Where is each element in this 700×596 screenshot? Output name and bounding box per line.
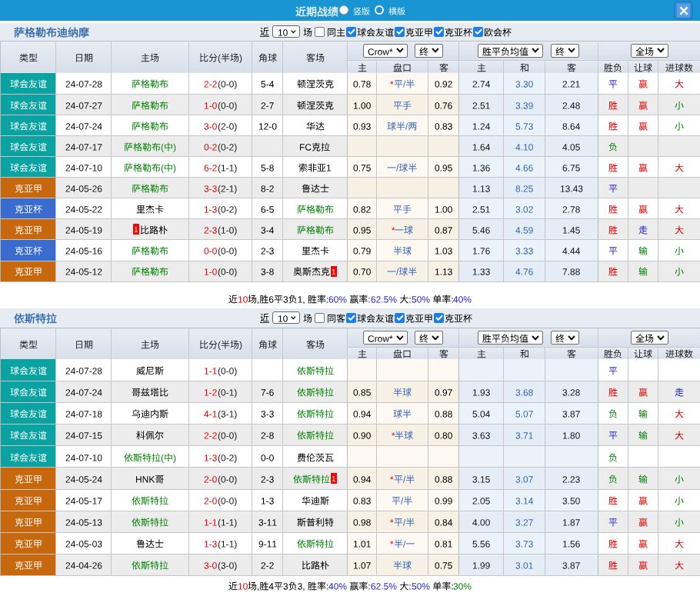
scope-select[interactable] — [631, 44, 668, 58]
league-checkbox[interactable] — [434, 313, 444, 323]
home-team — [112, 446, 189, 468]
avg-draw-odds — [504, 532, 545, 554]
summary-handicap-rate — [371, 581, 397, 591]
avg-away-odds — [545, 402, 598, 424]
avg-draw-odds — [504, 468, 545, 489]
col-header-avg-draw — [504, 60, 545, 73]
home-odds — [348, 157, 377, 178]
home-team-name — [132, 266, 168, 277]
chevron-down-icon — [396, 48, 404, 53]
league-checkbox[interactable] — [395, 313, 405, 323]
score — [189, 468, 252, 489]
away-team-name — [297, 408, 334, 418]
goals-result — [658, 198, 700, 219]
match-date — [56, 425, 112, 446]
avg-away-odds — [545, 94, 598, 115]
home-odds — [348, 178, 377, 198]
team-name — [14, 25, 89, 38]
league-checkbox[interactable] — [346, 313, 356, 323]
handicap-text — [394, 516, 415, 527]
match-date — [56, 219, 112, 240]
score — [189, 178, 252, 198]
away-odds — [428, 94, 459, 115]
fulltime-score — [204, 182, 217, 193]
goals-result — [658, 240, 700, 261]
handicap-text — [387, 161, 417, 172]
col-header-odds-away — [428, 60, 459, 73]
avg-away-odds — [545, 532, 598, 554]
score — [189, 446, 252, 468]
filters-bar — [260, 308, 472, 328]
chevron-down-icon — [657, 335, 665, 341]
match-result — [598, 468, 628, 489]
home-team-name — [132, 182, 168, 193]
avg-draw-odds — [504, 489, 545, 511]
vertical-layout-radio[interactable] — [339, 5, 348, 15]
match-date — [56, 240, 112, 261]
league-checkbox[interactable] — [395, 27, 405, 37]
league-badge — [1, 157, 56, 178]
match-date — [56, 135, 112, 156]
league-badge — [1, 240, 56, 261]
halftime-score — [218, 430, 237, 441]
match-date — [56, 73, 112, 94]
match-date — [56, 157, 112, 178]
avg-odds-select[interactable] — [478, 331, 543, 345]
league-checkbox[interactable] — [473, 27, 483, 37]
handicap-result — [628, 94, 658, 115]
same-venue-checkbox[interactable] — [315, 27, 325, 37]
odds-time-select[interactable] — [415, 331, 443, 345]
handicap-result — [628, 115, 658, 135]
games-count-select[interactable] — [272, 311, 300, 324]
away-odds — [428, 261, 459, 281]
league-checkbox[interactable] — [434, 27, 444, 37]
away-odds — [428, 359, 459, 381]
match-date — [56, 359, 112, 381]
avg-home-odds — [459, 511, 504, 532]
col-header-goals — [658, 60, 700, 73]
match-result — [598, 157, 628, 178]
avg-draw-odds — [504, 135, 545, 156]
fulltime-score — [204, 473, 217, 484]
games-count-select[interactable] — [272, 25, 300, 38]
goals-result — [658, 402, 700, 424]
home-team — [112, 359, 189, 381]
avg-time-select[interactable] — [551, 44, 579, 58]
horizontal-layout-radio[interactable] — [375, 5, 384, 15]
handicap-text — [393, 408, 412, 418]
avg-odds-select-value — [482, 45, 528, 56]
handicap — [377, 446, 428, 468]
scope-select[interactable] — [631, 331, 668, 345]
avg-odds-select[interactable] — [478, 44, 543, 58]
recent-results-panel — [0, 0, 700, 596]
summary-big-rate — [412, 295, 430, 304]
close-button[interactable] — [675, 2, 692, 18]
col-header-handicap-result — [628, 60, 658, 73]
away-team-name — [299, 141, 330, 151]
handicap-result — [628, 240, 658, 261]
halftime-score — [218, 120, 237, 131]
red-card-badge — [331, 266, 337, 277]
away-team — [283, 157, 348, 178]
avg-draw-odds — [504, 261, 545, 281]
horizontal-layout-label — [388, 5, 405, 15]
home-odds — [348, 115, 377, 135]
avg-time-select[interactable] — [551, 331, 579, 345]
away-odds — [428, 115, 459, 135]
home-odds — [348, 425, 377, 446]
fulltime-score — [204, 365, 217, 375]
avg-away-odds — [545, 381, 598, 402]
bookmaker-select[interactable] — [363, 44, 408, 58]
league-badge — [1, 468, 56, 489]
handicap-result — [628, 381, 658, 402]
match-date — [56, 468, 112, 489]
home-odds — [348, 135, 377, 156]
avg-away-odds — [545, 157, 598, 178]
same-venue-checkbox[interactable] — [315, 313, 325, 323]
league-checkbox[interactable] — [346, 27, 356, 37]
match-result — [598, 94, 628, 115]
bookmaker-select[interactable] — [363, 331, 408, 345]
odds-time-select[interactable] — [415, 44, 443, 58]
score — [189, 135, 252, 156]
away-team — [283, 511, 348, 532]
